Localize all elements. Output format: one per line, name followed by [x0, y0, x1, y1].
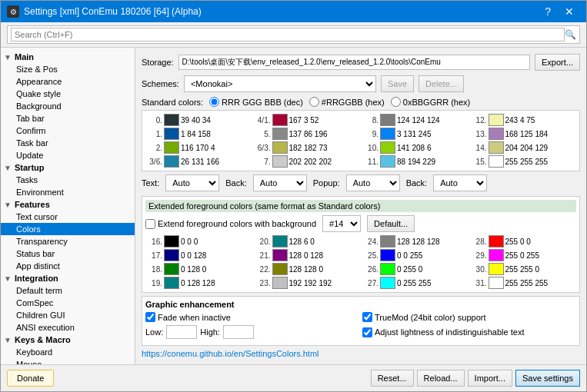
sidebar-item-main[interactable]: ▼ Main — [1, 51, 135, 63]
color-swatch-6-3[interactable] — [272, 141, 288, 154]
sidebar-item-label: App distinct — [16, 261, 60, 271]
sidebar-item-comspec[interactable]: ComSpec — [1, 297, 135, 309]
ext-swatch-27[interactable] — [380, 277, 395, 289]
ext-swatch-18[interactable] — [164, 263, 179, 275]
fade-checkbox[interactable] — [145, 312, 155, 322]
sidebar-item-confirm[interactable]: Confirm — [1, 125, 135, 137]
extend-checkbox[interactable] — [145, 219, 155, 229]
export-button[interactable]: Export... — [535, 54, 580, 71]
color-swatch-14[interactable] — [489, 141, 504, 154]
color-swatch-13[interactable] — [489, 128, 504, 140]
radio-dec[interactable]: RRR GGG BBB (dec) — [209, 97, 303, 107]
color-swatch-7[interactable] — [272, 155, 288, 168]
sidebar-item-colors[interactable]: Colors — [1, 223, 135, 235]
text-select[interactable]: Auto — [165, 174, 219, 191]
adjust-check-label[interactable]: Adjust lightness of indistinguishable te… — [362, 325, 576, 339]
hash14-select[interactable]: #14 — [322, 215, 361, 232]
help-link[interactable]: https://conemu.github.io/en/SettingsColo… — [142, 349, 319, 358]
sidebar-item-label: Colors — [16, 224, 41, 234]
ext-swatch-21[interactable] — [272, 249, 288, 261]
adjust-checkbox[interactable] — [362, 327, 372, 337]
ext-swatch-31[interactable] — [489, 277, 504, 289]
default-button[interactable]: Default... — [367, 215, 415, 232]
radio-hex1-label: #RRGGBB (hex) — [322, 98, 385, 107]
color-swatch-8[interactable] — [380, 114, 395, 126]
ext-swatch-30[interactable] — [489, 263, 504, 275]
sidebar-item-features[interactable]: ▼ Features — [1, 198, 135, 211]
color-swatch-15[interactable] — [489, 155, 504, 168]
sidebar-item-ansi-execution[interactable]: ANSI execution — [1, 321, 135, 334]
color-swatch-3-6[interactable] — [164, 155, 179, 168]
expand-icon: ▼ — [4, 201, 13, 209]
sidebar-item-update[interactable]: Update — [1, 149, 135, 161]
import-button[interactable]: Import... — [468, 370, 512, 387]
color-swatch-9[interactable] — [380, 128, 395, 140]
low-input[interactable]: 0 — [166, 325, 197, 339]
sidebar-item-children-gui[interactable]: Children GUI — [1, 309, 135, 321]
popup-select[interactable]: Auto — [346, 174, 400, 191]
sidebar-item-integration[interactable]: ▼ Integration — [1, 272, 135, 284]
sidebar-item-keyboard[interactable]: Keyboard — [1, 346, 135, 358]
color-11: 11.88 194 229 — [362, 155, 469, 168]
ext-colors-grid: 16.0 0 0 20.128 6 0 24.128 128 128 28.25… — [145, 235, 576, 289]
color-swatch-1[interactable] — [164, 128, 179, 140]
ext-swatch-17[interactable] — [164, 249, 179, 261]
sidebar-item-task-bar[interactable]: Task bar — [1, 137, 135, 149]
sidebar-item-environment[interactable]: Environment — [1, 186, 135, 198]
search-input[interactable] — [11, 28, 565, 42]
ext-swatch-28[interactable] — [489, 235, 504, 247]
sidebar-item-default-term[interactable]: Default term — [1, 284, 135, 297]
high-input[interactable]: 208 — [223, 325, 254, 339]
ext-swatch-16[interactable] — [164, 235, 179, 247]
reset-button[interactable]: Reset... — [371, 370, 414, 387]
color-swatch-10[interactable] — [380, 141, 395, 154]
ext-swatch-22[interactable] — [272, 263, 288, 275]
ext-swatch-26[interactable] — [380, 263, 395, 275]
truemod-checkbox[interactable] — [362, 312, 372, 322]
expand-icon: ▼ — [4, 164, 13, 172]
donate-button[interactable]: Donate — [7, 370, 54, 387]
save-settings-button[interactable]: Save settings — [515, 370, 580, 387]
sidebar-item-tasks[interactable]: Tasks — [1, 174, 135, 186]
ext-swatch-29[interactable] — [489, 249, 504, 261]
sidebar-item-tab-bar[interactable]: Tab bar — [1, 112, 135, 125]
sidebar-item-quake-style[interactable]: Quake style — [1, 88, 135, 100]
delete-scheme-button[interactable]: Delete... — [419, 75, 464, 92]
sidebar-item-background[interactable]: Background — [1, 100, 135, 112]
ext-swatch-25[interactable] — [380, 249, 395, 261]
help-button[interactable]: ? — [539, 4, 557, 19]
extend-check-label[interactable]: Extend foreground colors with background — [145, 219, 316, 229]
color-swatch-0[interactable] — [164, 114, 179, 126]
reload-button[interactable]: Reload... — [417, 370, 465, 387]
sidebar-item-appearance[interactable]: Appearance — [1, 75, 135, 88]
color-swatch-12[interactable] — [489, 114, 504, 126]
color-swatch-2[interactable] — [164, 141, 179, 154]
radio-hex1[interactable]: #RRGGBB (hex) — [309, 97, 385, 107]
sidebar-item-label: ANSI execution — [16, 323, 75, 332]
save-scheme-button[interactable]: Save — [381, 75, 414, 92]
radio-hex2-label: 0xBBGGRR (hex) — [403, 98, 470, 107]
sidebar-item-text-cursor[interactable]: Text cursor — [1, 211, 135, 223]
fade-check-label[interactable]: Fade when inactive — [145, 312, 359, 322]
ext-swatch-23[interactable] — [272, 277, 288, 289]
close-button[interactable]: ✕ — [559, 4, 580, 19]
schemes-select[interactable]: <Monokai> — [184, 75, 376, 92]
sidebar-item-size-pos[interactable]: Size & Pos — [1, 63, 135, 75]
color-swatch-1-4[interactable] — [272, 114, 288, 126]
sidebar-item-transparency[interactable]: Transparency — [1, 235, 135, 247]
ext-swatch-19[interactable] — [164, 277, 179, 289]
storage-row: Storage: D:\tools\桌面\安下载\env_released_1.… — [142, 54, 580, 71]
ext-swatch-24[interactable] — [380, 235, 395, 247]
sidebar-item-mouse[interactable]: Mouse — [1, 358, 135, 364]
sidebar-item-status-bar[interactable]: Status bar — [1, 247, 135, 260]
color-swatch-11[interactable] — [380, 155, 395, 168]
ext-swatch-20[interactable] — [272, 235, 288, 247]
radio-hex2[interactable]: 0xBBGGRR (hex) — [391, 97, 470, 107]
sidebar-item-startup[interactable]: ▼ Startup — [1, 161, 135, 174]
back2-select[interactable]: Auto — [433, 174, 487, 191]
sidebar-item-app-distinct[interactable]: App distinct — [1, 260, 135, 272]
sidebar-item-keys-macro[interactable]: ▼ Keys & Macro — [1, 334, 135, 346]
color-swatch-5[interactable] — [272, 128, 288, 140]
truemod-check-label[interactable]: TrueMod (24bit color) support — [362, 312, 576, 322]
back-select[interactable]: Auto — [253, 174, 307, 191]
